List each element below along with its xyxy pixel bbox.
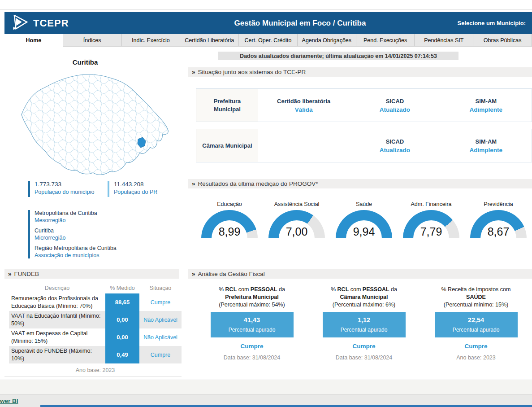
fundeb-medido: 0,49: [105, 346, 139, 363]
card-value-label: Percentual apurado: [229, 327, 276, 333]
page-title: Gestão Municipal em Foco / Curitiba: [155, 19, 445, 28]
section-title: Resultados da última medição do PROGOV*: [198, 180, 318, 187]
tab-certidao-liberatoria[interactable]: Certidão Liberatória: [180, 34, 239, 46]
bottom-blue-strip: [40, 405, 532, 407]
sistema-value[interactable]: Atualizado: [380, 106, 410, 113]
section-fundeb-header: » FUNDEB: [4, 269, 179, 279]
top-divider: [0, 9, 532, 10]
progov-gauge-adm-financeira: Adm. Financeira 7,79: [398, 201, 465, 238]
sistema-value[interactable]: Atualizado: [380, 147, 410, 153]
gauge-arc: 7,79: [403, 210, 459, 238]
tcepr-dashboard: TCEPR Gestão Municipal em Foco / Curitib…: [0, 0, 532, 407]
powerbi-link[interactable]: wer BI: [0, 398, 18, 404]
tab-label: Home: [26, 37, 42, 44]
sistema-value[interactable]: Adimplente: [470, 147, 503, 153]
gauge-arc: 8,67: [470, 210, 527, 238]
section-progov-header: » Resultados da última medição do PROGOV…: [188, 179, 532, 188]
stat-value: 11.443.208: [114, 181, 157, 188]
fundeb-row: Remuneração dos Profissionais da Educaçã…: [9, 293, 182, 311]
region-info: Metropolitana de Curitiba Mesorregião Cu…: [28, 210, 117, 258]
card-title-line1: % RCL com PESSOAL da: [331, 286, 397, 293]
card-value: 1,12: [358, 316, 370, 324]
section-title: Análise da Gestão Fiscal: [198, 271, 265, 277]
progov-gauge-assistencia-social: Assistência Social 7,00: [263, 201, 330, 238]
sistema-value[interactable]: Válida: [295, 106, 313, 113]
fundeb-desc: Remuneração dos Profissionais da Educaçã…: [9, 293, 105, 311]
region-type: Mesorregião: [35, 217, 117, 223]
fundeb-medido: 88,65: [105, 293, 139, 311]
gauge-value: 8,67: [470, 225, 527, 238]
gauge-value: 9,94: [336, 225, 392, 238]
section-fiscal-header: » Análise da Gestão Fiscal: [188, 269, 532, 279]
tab-label: Obras Públicas: [484, 37, 522, 44]
entity-label: Câmara Municipal: [196, 129, 258, 162]
sistema-label: SICAD: [386, 98, 404, 105]
region-name: Curitiba: [35, 228, 117, 234]
tab-label: Agenda Obrigações: [302, 37, 352, 44]
card-title-line2: Prefeitura Municipal: [225, 293, 278, 301]
tab-label: Índices: [83, 37, 101, 44]
tab-obras-publicas[interactable]: Obras Públicas: [473, 34, 532, 46]
card-title-line2: Câmara Municipal: [340, 293, 388, 301]
gauge-label: Educação: [217, 201, 242, 207]
municipality-selector-label[interactable]: Selecione um Município:: [445, 20, 532, 26]
tab-indic-exercicio[interactable]: Indic. Exercício: [122, 34, 181, 46]
fundeb-situacao: Não Aplicável: [139, 311, 182, 328]
tab-agenda-obrigacoes[interactable]: Agenda Obrigações: [298, 34, 356, 46]
progov-gauge-educacao: Educação 8,99: [196, 201, 263, 238]
fundeb-situacao: Cumpre: [139, 346, 182, 363]
fundeb-table: Descrição % Medido Situação Remuneração …: [9, 283, 182, 377]
region-item: Região Metropolitana de Curitiba Associa…: [35, 245, 117, 258]
tab-indices[interactable]: Índices: [63, 34, 122, 46]
fundeb-desc: Superávit do FUNDEB (Máximo: 10%): [9, 346, 105, 363]
fiscal-card: % Receita de impostos com SAÚDE (Percent…: [426, 286, 527, 361]
gauge-value: 8,99: [201, 225, 258, 238]
progov-gauge-saude: Saúde 9,94: [330, 201, 398, 238]
stat-value: 1.773.733: [35, 181, 94, 188]
region-name: Região Metropolitana de Curitiba: [35, 245, 117, 251]
sistema-status: SICAD Atualizado: [349, 89, 440, 122]
region-type: Associação de municípios: [35, 252, 117, 258]
tab-pendencias-sit[interactable]: Pendências SIT: [415, 34, 473, 46]
card-base: Data base: 31/08/2024: [336, 354, 393, 361]
parana-map[interactable]: [13, 67, 173, 177]
card-status: Cumpre: [240, 343, 263, 350]
tab-pend-execucoes[interactable]: Pend. Execuções: [356, 34, 415, 46]
card-title-line1: % Receita de impostos com: [441, 286, 511, 293]
fiscal-card: % RCL com PESSOAL da Prefeitura Municipa…: [202, 286, 303, 361]
sistema-label: Certidão liberatória: [277, 98, 330, 105]
chevron-right-icon: »: [192, 180, 195, 187]
sistema-status: SICAD Atualizado: [349, 129, 440, 162]
tcepr-logo: TCEPR: [12, 15, 155, 32]
card-base: Ano base: 2023: [456, 354, 496, 361]
fiscal-card: % RCL com PESSOAL da Câmara Municipal (P…: [314, 286, 415, 361]
section-title: Situação junto aos sistemas do TCE-PR: [198, 69, 306, 75]
fundeb-col-descricao: Descrição: [9, 283, 105, 293]
fundeb-footer: Ano base: 2023: [9, 363, 182, 377]
fundeb-desc: VAAT na Educação Infantil (Mínimo: 50%): [9, 311, 105, 328]
card-base: Data base: 31/08/2024: [224, 354, 281, 361]
tab-home[interactable]: Home: [4, 34, 63, 47]
tab-label: Cert. Oper. Crédito: [245, 37, 292, 44]
fundeb-header-row: Descrição % Medido Situação: [9, 283, 182, 293]
municipality-title: Curitiba: [40, 58, 130, 66]
card-title-line3: (Percentual máximo: 6%): [333, 301, 395, 309]
tab-label: Pend. Execuções: [363, 37, 407, 44]
sistema-value[interactable]: Adimplente: [470, 106, 503, 113]
progov-gauges: Educação 8,99 Assistência Social 7,00 Sa…: [196, 201, 532, 238]
logo-text: TCEPR: [33, 18, 69, 29]
app-header: TCEPR Gestão Municipal em Foco / Curitib…: [4, 12, 532, 34]
population-stats: 1.773.733 População do município 11.443.…: [28, 181, 157, 197]
stat-accent-bar: [28, 181, 30, 197]
chevron-right-icon: »: [192, 271, 195, 277]
sistema-status: SIM-AM Adimplente: [441, 129, 532, 162]
tcepr-logo-icon: [12, 15, 29, 32]
card-value-box: 41,43 Percentual apurado: [211, 312, 294, 337]
fundeb-row: VAAT em Despesas de Capital (Mínimo: 15%…: [9, 328, 182, 346]
tab-cert-oper-credito[interactable]: Cert. Oper. Crédito: [239, 34, 298, 46]
card-status: Cumpre: [352, 343, 375, 350]
sistema-label: SICAD: [386, 138, 404, 145]
card-value: 41,43: [244, 316, 260, 324]
card-value-label: Percentual apurado: [453, 327, 500, 333]
sistema-label: SIM-AM: [475, 138, 497, 145]
